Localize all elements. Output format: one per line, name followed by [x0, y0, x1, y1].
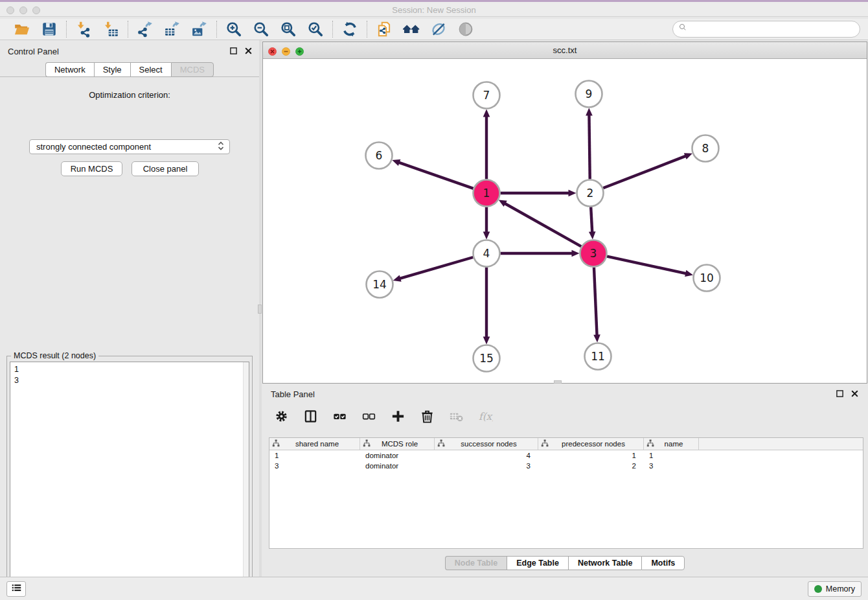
- zoom-selected-icon[interactable]: [306, 20, 325, 38]
- network-canvas[interactable]: 7968124314101511: [263, 59, 867, 383]
- refresh-icon[interactable]: [341, 20, 359, 38]
- result-scrollbar[interactable]: [243, 362, 249, 600]
- control-panel-body: Optimization criterion: strongly connect…: [0, 76, 259, 577]
- graph-edge-3-11[interactable]: [593, 267, 600, 342]
- tab-select[interactable]: Select: [130, 62, 171, 77]
- check-all-icon[interactable]: [330, 407, 348, 425]
- gear-icon[interactable]: [272, 407, 290, 425]
- table-tab-edge-table[interactable]: Edge Table: [507, 556, 568, 570]
- node-table: shared nameMCDS rolesuccessor nodesprede…: [269, 437, 863, 549]
- search-field[interactable]: [672, 21, 860, 38]
- mcds-result-title: MCDS result (2 nodes): [11, 351, 98, 360]
- export-image-icon[interactable]: [190, 20, 209, 38]
- save-icon[interactable]: [40, 20, 58, 38]
- svg-text:10: 10: [700, 271, 714, 284]
- table-tab-node-table[interactable]: Node Table: [445, 556, 507, 570]
- fx-icon: f(x): [476, 407, 494, 425]
- close-panel-button[interactable]: Close panel: [131, 161, 199, 176]
- graph-edge-4-14[interactable]: [393, 257, 474, 282]
- graph-edge-2-9[interactable]: [586, 108, 593, 179]
- column-header-successor-nodes[interactable]: successor nodes: [435, 438, 538, 450]
- control-panel-header: Control Panel: [0, 40, 259, 61]
- column-header-predecessor-nodes[interactable]: predecessor nodes: [538, 438, 644, 450]
- mcds-result-text[interactable]: 13: [10, 362, 249, 600]
- clone-document-icon[interactable]: [375, 20, 393, 38]
- column-header-MCDS-role[interactable]: MCDS role: [360, 438, 435, 450]
- graph-edge-1-6[interactable]: [392, 159, 473, 189]
- graph-edge-2-8[interactable]: [603, 153, 692, 188]
- graph-edge-1-2[interactable]: [501, 190, 577, 197]
- column-header-shared-name[interactable]: shared name: [269, 438, 360, 450]
- application-window: Session: New Session Control Panel Netwo…: [0, 0, 868, 600]
- graph-node-3[interactable]: 3: [580, 240, 607, 267]
- table-panel-title: Table Panel: [271, 389, 315, 399]
- criterion-select[interactable]: strongly connected component: [29, 139, 230, 154]
- plus-icon[interactable]: [389, 407, 407, 425]
- graph-edge-2-3[interactable]: [589, 207, 596, 239]
- eye-icon[interactable]: [457, 20, 475, 38]
- home-pair-icon[interactable]: [402, 20, 420, 38]
- graph-node-9[interactable]: 9: [576, 81, 602, 108]
- run-mcds-button[interactable]: Run MCDS: [61, 161, 122, 176]
- export-table-icon[interactable]: [163, 20, 181, 38]
- graph-edge-4-15[interactable]: [483, 268, 490, 345]
- graph-node-8[interactable]: 8: [692, 135, 719, 162]
- table-tab-motifs[interactable]: Motifs: [641, 556, 685, 570]
- criterion-value: strongly connected component: [36, 142, 151, 152]
- export-network-icon[interactable]: [136, 20, 154, 38]
- float-table-panel-icon[interactable]: [836, 389, 844, 400]
- import-network-icon[interactable]: [74, 20, 93, 38]
- table-tab-network-table[interactable]: Network Table: [568, 556, 642, 570]
- import-table-icon[interactable]: [102, 20, 120, 38]
- tab-network[interactable]: Network: [45, 62, 94, 77]
- brush-slash-icon[interactable]: [429, 20, 448, 38]
- result-line: 3: [14, 375, 249, 386]
- control-panel-tabs: NetworkStyleSelectMCDS: [0, 62, 259, 77]
- task-list-button[interactable]: [6, 581, 26, 597]
- graph-node-1[interactable]: 1: [474, 180, 500, 207]
- svg-text:9: 9: [586, 87, 593, 100]
- zoom-out-icon[interactable]: [252, 20, 270, 38]
- search-input[interactable]: [689, 23, 860, 36]
- graph-node-11[interactable]: 11: [585, 343, 611, 370]
- toolbar-group: [367, 20, 483, 38]
- result-line: 1: [14, 364, 249, 375]
- graph-edge-3-10[interactable]: [607, 257, 693, 277]
- hierarchy-icon: [435, 439, 445, 448]
- graph-node-14[interactable]: 14: [367, 271, 393, 298]
- splitter-handle[interactable]: [258, 305, 262, 314]
- columns-icon[interactable]: [301, 407, 319, 425]
- graph-node-4[interactable]: 4: [474, 240, 500, 267]
- table-cell: 3: [269, 462, 360, 470]
- graph-edge-4-3[interactable]: [501, 250, 580, 257]
- hierarchy-icon: [269, 439, 280, 448]
- graph-edge-1-4[interactable]: [483, 207, 490, 240]
- graph-edge-1-7[interactable]: [483, 110, 490, 179]
- table-row[interactable]: 1dominator411: [269, 450, 863, 461]
- graph-node-7[interactable]: 7: [474, 82, 500, 109]
- table-cell: dominator: [360, 462, 435, 470]
- svg-text:f(x): f(x): [478, 411, 492, 422]
- column-header-name[interactable]: name: [644, 438, 699, 450]
- svg-text:6: 6: [376, 149, 383, 162]
- control-panel: Control Panel NetworkStyleSelectMCDS Opt…: [0, 40, 259, 577]
- control-panel-title: Control Panel: [8, 47, 59, 56]
- uncheck-all-icon[interactable]: [360, 407, 378, 425]
- trash-icon[interactable]: [418, 407, 436, 425]
- zoom-fit-icon[interactable]: [279, 20, 297, 38]
- float-panel-icon[interactable]: [229, 46, 238, 58]
- table-row[interactable]: 3dominator323: [269, 461, 863, 471]
- open-folder-icon[interactable]: [13, 20, 31, 38]
- graph-edge-3-1[interactable]: [499, 200, 582, 247]
- close-table-panel-icon[interactable]: [851, 389, 859, 400]
- graph-node-10[interactable]: 10: [694, 265, 720, 292]
- tab-mcds[interactable]: MCDS: [171, 62, 214, 77]
- graph-node-2[interactable]: 2: [577, 180, 604, 207]
- tab-style[interactable]: Style: [94, 62, 130, 77]
- close-panel-icon[interactable]: [244, 46, 253, 58]
- graph-node-6[interactable]: 6: [366, 143, 393, 169]
- memory-button[interactable]: Memory: [808, 581, 862, 597]
- svg-text:1: 1: [483, 187, 490, 200]
- zoom-in-icon[interactable]: [225, 20, 243, 38]
- graph-node-15[interactable]: 15: [474, 345, 500, 372]
